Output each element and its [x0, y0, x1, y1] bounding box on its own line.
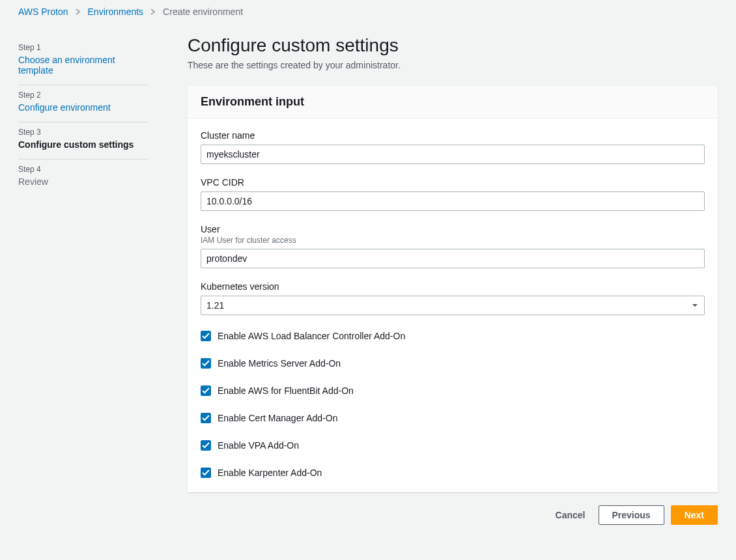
vpc-cidr-input[interactable] — [201, 191, 705, 211]
step-4: Step 4 Review — [18, 160, 149, 196]
chevron-right-icon — [75, 8, 81, 15]
addon-metrics-checkbox[interactable] — [201, 358, 211, 369]
addon-fluentbit-checkbox[interactable] — [201, 385, 211, 396]
cancel-button[interactable]: Cancel — [549, 506, 592, 524]
previous-button[interactable]: Previous — [599, 505, 664, 525]
wizard-steps: Step 1 Choose an environment template St… — [18, 35, 149, 196]
addon-karpenter-label: Enable Karpenter Add-On — [218, 468, 322, 478]
addon-metrics-label: Enable Metrics Server Add-On — [218, 358, 341, 369]
step-number: Step 4 — [18, 165, 149, 174]
addon-fluentbit-label: Enable AWS for FluentBit Add-On — [218, 385, 354, 396]
cluster-name-label: Cluster name — [201, 130, 705, 141]
step-1[interactable]: Step 1 Choose an environment template — [18, 38, 149, 85]
addon-vpa-label: Enable VPA Add-On — [218, 440, 299, 451]
page-subtitle: These are the settings created by your a… — [188, 60, 718, 70]
step-title: Choose an environment template — [18, 55, 149, 76]
vpc-cidr-label: VPC CIDR — [201, 177, 705, 188]
step-2[interactable]: Step 2 Configure environment — [18, 85, 149, 122]
addon-certmgr-checkbox[interactable] — [201, 413, 211, 423]
step-number: Step 1 — [18, 43, 149, 52]
addon-certmgr-label: Enable Cert Manager Add-On — [218, 413, 337, 423]
addon-vpa-checkbox[interactable] — [201, 440, 211, 451]
breadcrumb-link-proton[interactable]: AWS Proton — [18, 7, 68, 17]
next-button[interactable]: Next — [671, 505, 718, 525]
k8s-version-label: Kubernetes version — [201, 281, 705, 292]
environment-input-panel: Environment input Cluster name VPC CIDR … — [188, 86, 718, 492]
user-label: User — [201, 224, 705, 234]
addon-lb-checkbox[interactable] — [201, 331, 211, 341]
addon-karpenter-checkbox[interactable] — [201, 468, 211, 478]
chevron-right-icon — [150, 8, 156, 15]
step-number: Step 2 — [18, 91, 149, 100]
k8s-version-select[interactable]: 1.21 — [201, 296, 705, 315]
user-input[interactable] — [201, 249, 705, 268]
addon-lb-label: Enable AWS Load Balancer Controller Add-… — [218, 331, 405, 341]
step-3: Step 3 Configure custom settings — [18, 122, 149, 160]
user-desc: IAM User for cluster access — [201, 236, 705, 245]
cluster-name-input[interactable] — [201, 145, 705, 164]
breadcrumb: AWS Proton Environments Create environme… — [18, 7, 718, 17]
step-title: Configure custom settings — [18, 139, 149, 150]
breadcrumb-current: Create environment — [163, 7, 243, 17]
panel-title: Environment input — [201, 95, 705, 109]
page-title: Configure custom settings — [188, 35, 718, 56]
wizard-actions: Cancel Previous Next — [188, 505, 718, 525]
step-title: Review — [18, 176, 149, 187]
breadcrumb-link-environments[interactable]: Environments — [88, 7, 144, 17]
step-number: Step 3 — [18, 128, 149, 137]
step-title: Configure environment — [18, 102, 149, 113]
